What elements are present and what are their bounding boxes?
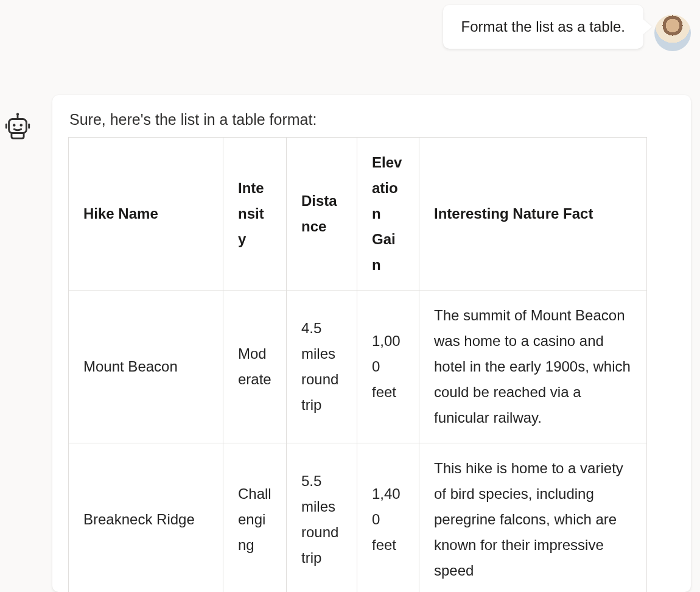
table-row: Breakneck Ridge Challenging 5.5 miles ro… bbox=[69, 443, 647, 593]
col-header-intensity: Intensity bbox=[223, 138, 287, 291]
cell-elevation: 1,000 feet bbox=[357, 291, 419, 443]
cell-intensity: Moderate bbox=[223, 291, 287, 443]
svg-point-1 bbox=[16, 113, 19, 115]
avatar bbox=[654, 15, 691, 51]
table-header-row: Hike Name Intensity Distance Elevation G… bbox=[69, 138, 647, 291]
user-message-bubble: Format the list as a table. bbox=[443, 5, 643, 49]
user-message-text: Format the list as a table. bbox=[461, 18, 625, 35]
cell-distance: 5.5 miles round trip bbox=[287, 443, 357, 593]
cell-name: Breakneck Ridge bbox=[69, 443, 223, 593]
cell-name: Mount Beacon bbox=[69, 291, 223, 443]
col-header-fact: Interesting Nature Fact bbox=[419, 138, 647, 291]
bot-message-bubble: Sure, here's the list in a table format:… bbox=[52, 95, 691, 592]
cell-distance: 4.5 miles round trip bbox=[287, 291, 357, 443]
cell-fact: This hike is home to a variety of bird s… bbox=[419, 443, 647, 593]
col-header-distance: Distance bbox=[287, 138, 357, 291]
hikes-table: Hike Name Intensity Distance Elevation G… bbox=[68, 137, 647, 592]
svg-point-4 bbox=[19, 124, 23, 127]
bot-icon bbox=[4, 112, 32, 140]
bot-message-row: Sure, here's the list in a table format:… bbox=[4, 95, 691, 592]
cell-elevation: 1,400 feet bbox=[357, 443, 419, 593]
svg-point-3 bbox=[13, 124, 16, 127]
col-header-elevation: Elevation Gain bbox=[357, 138, 419, 291]
cell-intensity: Challenging bbox=[223, 443, 287, 593]
user-message-row: Format the list as a table. bbox=[443, 5, 691, 51]
col-header-name: Hike Name bbox=[69, 138, 223, 291]
bot-intro-text: Sure, here's the list in a table format: bbox=[69, 111, 675, 129]
table-row: Mount Beacon Moderate 4.5 miles round tr… bbox=[69, 291, 647, 443]
cell-fact: The summit of Mount Beacon was home to a… bbox=[419, 291, 647, 443]
